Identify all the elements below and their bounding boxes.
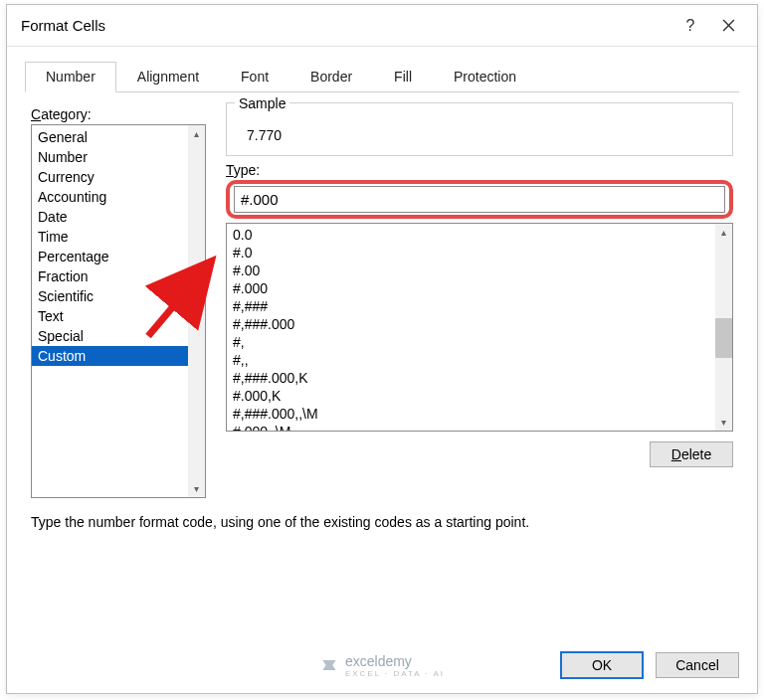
tab-alignment[interactable]: Alignment — [116, 62, 220, 92]
type-listbox[interactable]: 0.0 #.0 #.00 #.000 #,### #,###.000 #, #,… — [226, 223, 733, 432]
close-button[interactable] — [709, 10, 747, 42]
category-item-time[interactable]: Time — [32, 227, 205, 247]
type-option[interactable]: #, — [233, 333, 732, 351]
type-option[interactable]: #,### — [233, 297, 732, 315]
category-item-accounting[interactable]: Accounting — [32, 187, 205, 207]
scroll-up-icon[interactable]: ▴ — [715, 224, 732, 241]
type-option[interactable]: #,, — [233, 351, 732, 369]
cancel-button[interactable]: Cancel — [656, 652, 739, 678]
type-option[interactable]: #.0 — [233, 244, 732, 262]
type-label: Type: — [226, 162, 733, 178]
brand-icon — [319, 655, 339, 675]
sample-group: Sample 7.770 — [226, 102, 733, 156]
type-option[interactable]: #,###.000,K — [233, 369, 732, 387]
category-item-fraction[interactable]: Fraction — [32, 266, 205, 286]
type-scrollbar[interactable]: ▴ ▾ — [715, 224, 732, 431]
sample-label: Sample — [235, 95, 289, 111]
type-option[interactable]: #.000,K — [233, 387, 732, 405]
type-option[interactable]: #,###.000 — [233, 315, 732, 333]
scroll-thumb[interactable] — [715, 318, 732, 358]
delete-button[interactable]: Delete — [650, 441, 733, 467]
dialog-content: Number Alignment Font Border Fill Protec… — [7, 47, 757, 530]
close-icon — [722, 19, 735, 32]
details-column: Sample 7.770 Type: 0.0 #.0 #.00 #.000 #,… — [226, 102, 733, 498]
brand-name: exceldemy — [345, 653, 412, 669]
scroll-track[interactable] — [715, 241, 732, 414]
tab-fill[interactable]: Fill — [373, 62, 433, 92]
watermark: exceldemy EXCEL · DATA · AI — [319, 653, 445, 678]
type-option[interactable]: #.000 — [233, 279, 732, 297]
category-listbox[interactable]: General Number Currency Accounting Date … — [31, 124, 206, 498]
category-item-currency[interactable]: Currency — [32, 167, 205, 187]
ok-button[interactable]: OK — [560, 651, 644, 679]
category-item-percentage[interactable]: Percentage — [32, 247, 205, 266]
type-option[interactable]: #,###.000,,\M — [233, 405, 732, 423]
format-cells-dialog: Format Cells ? Number Alignment Font Bor… — [6, 4, 758, 694]
category-column: Category: General Number Currency Accoun… — [31, 102, 206, 498]
dialog-footer: exceldemy EXCEL · DATA · AI OK Cancel — [7, 641, 757, 693]
scroll-up-icon[interactable]: ▴ — [188, 125, 205, 142]
type-input[interactable] — [234, 186, 725, 213]
category-scrollbar[interactable]: ▴ ▾ — [188, 125, 205, 497]
hint-text: Type the number format code, using one o… — [31, 514, 737, 530]
scroll-down-icon[interactable]: ▾ — [188, 480, 205, 497]
tab-protection[interactable]: Protection — [433, 62, 537, 92]
type-option[interactable]: 0.0 — [233, 226, 732, 244]
category-item-number[interactable]: Number — [32, 147, 205, 167]
tab-bar: Number Alignment Font Border Fill Protec… — [25, 61, 739, 92]
category-item-date[interactable]: Date — [32, 207, 205, 227]
scroll-down-icon[interactable]: ▾ — [715, 414, 732, 431]
tab-font[interactable]: Font — [220, 62, 289, 92]
category-item-scientific[interactable]: Scientific — [32, 286, 205, 306]
category-item-general[interactable]: General — [32, 127, 205, 147]
category-label: Category: — [31, 106, 206, 122]
category-item-text[interactable]: Text — [32, 306, 205, 326]
tab-number[interactable]: Number — [25, 62, 116, 92]
category-item-special[interactable]: Special — [32, 326, 205, 346]
tab-border[interactable]: Border — [289, 62, 373, 92]
titlebar: Format Cells ? — [7, 5, 757, 47]
type-input-highlight — [226, 180, 733, 219]
help-button[interactable]: ? — [671, 10, 709, 42]
scroll-track[interactable] — [188, 142, 205, 480]
type-option[interactable]: #.00 — [233, 262, 732, 279]
sample-value: 7.770 — [237, 125, 722, 145]
category-item-custom[interactable]: Custom — [32, 346, 205, 366]
number-panel: Category: General Number Currency Accoun… — [25, 92, 739, 498]
type-option[interactable]: #.000,,\M — [233, 423, 732, 432]
brand-sub: EXCEL · DATA · AI — [345, 669, 445, 678]
dialog-title: Format Cells — [21, 17, 671, 34]
